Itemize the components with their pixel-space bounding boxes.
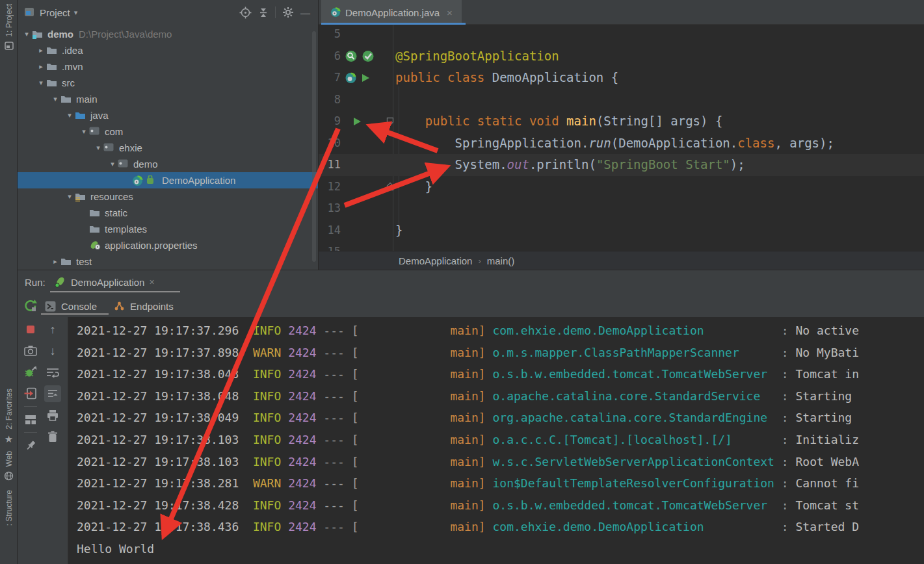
code-line-15[interactable]: 15 bbox=[319, 241, 924, 251]
code-line-11[interactable]: 11 System.out.println("SpringBoot Start"… bbox=[319, 154, 924, 176]
folder-icon bbox=[46, 62, 58, 72]
folder-icon bbox=[89, 208, 101, 218]
code-line-13[interactable]: 13 bbox=[319, 198, 924, 220]
project-tree[interactable]: ▾demoD:\Project\Java\demo▸.idea▸.mvn▾src… bbox=[18, 26, 318, 270]
collapsed-arrow-icon[interactable]: ▸ bbox=[50, 257, 60, 266]
breadcrumb-class[interactable]: DemoApplication bbox=[399, 255, 472, 266]
folder-icon bbox=[60, 94, 72, 105]
run-tab-title: DemoApplication bbox=[71, 277, 144, 288]
tree-item-test[interactable]: ▸test bbox=[18, 253, 318, 270]
tree-item-label: .idea bbox=[62, 45, 83, 56]
graceful-exit-button[interactable] bbox=[23, 383, 38, 404]
tree-item--mvn[interactable]: ▸.mvn bbox=[18, 58, 318, 75]
sidebar-item-web[interactable]: Web bbox=[0, 451, 18, 481]
expanded-arrow-icon[interactable]: ▾ bbox=[50, 95, 60, 103]
tree-item-static[interactable]: static bbox=[18, 205, 318, 221]
console-output[interactable]: 2021-12-27 19:17:37.296 INFO 2424 --- [ … bbox=[68, 317, 924, 564]
tree-item-main[interactable]: ▾main bbox=[18, 91, 318, 107]
breadcrumb-method[interactable]: main() bbox=[487, 255, 515, 266]
chevron-down-icon[interactable]: ▾ bbox=[74, 8, 78, 17]
restore-layout-button[interactable] bbox=[23, 409, 38, 430]
code-line-9[interactable]: 9 public static void main(String[] args)… bbox=[319, 110, 924, 133]
sidebar-item-project[interactable]: 1: Project bbox=[0, 4, 18, 50]
expanded-arrow-icon[interactable]: ▾ bbox=[36, 79, 46, 87]
expanded-arrow-icon[interactable]: ▾ bbox=[107, 160, 118, 168]
soft-wrap-button[interactable] bbox=[44, 361, 61, 383]
folder-icon bbox=[89, 224, 101, 235]
gutter-icons bbox=[345, 45, 375, 68]
bean-check-icon[interactable] bbox=[362, 50, 375, 62]
run-gutter-icon[interactable] bbox=[361, 73, 371, 83]
editor-tab-demoapplication[interactable]: DemoApplication.java × bbox=[321, 0, 462, 25]
endpoints-icon bbox=[114, 301, 125, 311]
console-line: 2021-12-27 19:17:38.049 INFO 2424 --- [ … bbox=[77, 407, 924, 429]
expanded-arrow-icon[interactable]: ▾ bbox=[64, 192, 75, 201]
tree-item-label: ehxie bbox=[119, 142, 142, 153]
collapse-all-button[interactable] bbox=[258, 7, 269, 18]
up-stack-trace-button[interactable]: ↑ bbox=[44, 318, 61, 340]
tree-item-demo[interactable]: ▾demoD:\Project\Java\demo bbox=[18, 26, 318, 42]
tree-item-com[interactable]: ▾com bbox=[18, 123, 318, 140]
tree-item-ehxie[interactable]: ▾ehxie bbox=[18, 140, 318, 156]
locate-file-button[interactable] bbox=[239, 6, 252, 19]
console-line: 2021-12-27 19:17:38.281 WARN 2424 --- [ … bbox=[77, 472, 924, 494]
expanded-arrow-icon[interactable]: ▾ bbox=[64, 111, 75, 120]
line-number: 11 bbox=[319, 154, 341, 176]
rerun-button[interactable] bbox=[23, 299, 38, 313]
close-icon[interactable]: × bbox=[447, 7, 453, 18]
code-line-6[interactable]: 6@SpringBootApplication bbox=[319, 45, 924, 68]
code-line-10[interactable]: 10 SpringApplication.run(DemoApplication… bbox=[319, 133, 924, 155]
code-line-7[interactable]: 7public class DemoApplication { bbox=[319, 67, 924, 89]
run-tab-demoapplication[interactable]: DemoApplication × bbox=[54, 273, 155, 291]
sidebar-item-favorites[interactable]: 2: Favorites ★ bbox=[0, 389, 18, 444]
code-line-14[interactable]: 14} bbox=[319, 220, 924, 242]
pin-tab-button[interactable] bbox=[23, 435, 38, 456]
code-line-5[interactable]: 5 bbox=[319, 25, 924, 45]
tree-item--idea[interactable]: ▸.idea bbox=[18, 42, 318, 58]
folder-blue-icon bbox=[75, 110, 86, 121]
close-icon[interactable]: × bbox=[149, 277, 154, 287]
tab-endpoints[interactable]: Endpoints bbox=[114, 301, 174, 312]
tree-item-demo[interactable]: ▾demo bbox=[18, 156, 318, 172]
project-view-icon bbox=[24, 7, 35, 18]
tree-item-application-properties[interactable]: application.properties bbox=[18, 237, 318, 253]
stop-button[interactable] bbox=[23, 318, 38, 340]
collapsed-arrow-icon[interactable]: ▸ bbox=[36, 46, 46, 55]
collapsed-arrow-icon[interactable]: ▸ bbox=[36, 62, 46, 71]
tree-item-label: java bbox=[90, 110, 109, 121]
print-button[interactable] bbox=[44, 404, 61, 426]
code-line-12[interactable]: 12 } bbox=[319, 176, 924, 198]
run-gutter-icon[interactable] bbox=[352, 116, 362, 127]
tree-item-resources[interactable]: ▾resources bbox=[18, 188, 318, 205]
code-line-8[interactable]: 8 bbox=[319, 89, 924, 111]
editor-tab-bar: DemoApplication.java × bbox=[319, 0, 924, 25]
code-text: } bbox=[395, 176, 432, 198]
spring-bean-icon[interactable] bbox=[345, 72, 357, 84]
down-stack-trace-button[interactable]: ↓ bbox=[44, 340, 61, 361]
thread-dump-button[interactable] bbox=[23, 340, 38, 361]
gear-icon[interactable] bbox=[282, 6, 294, 18]
code-editor[interactable]: 56@SpringBootApplication7public class De… bbox=[319, 25, 924, 251]
scroll-to-end-button[interactable] bbox=[44, 383, 61, 404]
bean-search-icon[interactable] bbox=[345, 50, 358, 62]
hide-panel-button[interactable]: — bbox=[300, 8, 310, 18]
expanded-arrow-icon[interactable]: ▾ bbox=[79, 127, 89, 136]
project-panel-title[interactable]: Project bbox=[40, 7, 70, 18]
fold-marker-icon[interactable] bbox=[386, 176, 395, 198]
tree-item-src[interactable]: ▾src bbox=[18, 75, 318, 91]
expanded-arrow-icon[interactable]: ▾ bbox=[21, 30, 32, 38]
sidebar-item-structure[interactable]: : Structure bbox=[0, 490, 18, 526]
console-toolbar: ↑ ↓ bbox=[44, 318, 61, 447]
tree-scrollbar[interactable] bbox=[312, 31, 316, 262]
tree-item-java[interactable]: ▾java bbox=[18, 107, 318, 123]
tree-item-demoapplication[interactable]: DemoApplication bbox=[18, 172, 318, 188]
toolbar-divider bbox=[24, 406, 37, 407]
tree-item-templates[interactable]: templates bbox=[18, 221, 318, 237]
expanded-arrow-icon[interactable]: ▾ bbox=[93, 144, 103, 152]
tree-item-label: application.properties bbox=[105, 240, 198, 251]
run-label: Run: bbox=[25, 277, 46, 288]
attach-debugger-button[interactable] bbox=[23, 361, 38, 383]
tab-console[interactable]: Console bbox=[45, 301, 97, 312]
clear-all-button[interactable] bbox=[44, 426, 61, 447]
fold-marker-icon[interactable] bbox=[386, 110, 395, 133]
